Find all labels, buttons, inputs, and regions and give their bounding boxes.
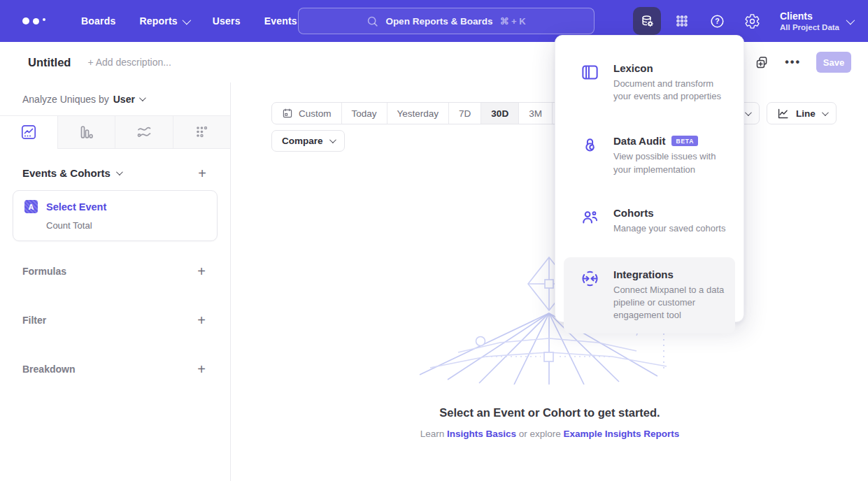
report-title[interactable]: Untitled <box>28 56 71 69</box>
chart-tab-flow[interactable] <box>115 116 173 148</box>
add-filter-button[interactable]: + <box>197 315 206 325</box>
formulas-label: Formulas <box>22 266 66 277</box>
analyze-by-dropdown[interactable]: User <box>113 94 144 105</box>
flow-chart-icon <box>136 124 152 141</box>
breakdown-section: Breakdown + <box>0 364 229 375</box>
example-reports-link[interactable]: Example Insights Reports <box>564 429 680 439</box>
range-3m[interactable]: 3M <box>518 103 552 124</box>
range-today[interactable]: Today <box>341 103 387 124</box>
breakdown-label: Breakdown <box>22 364 75 375</box>
range-yesterday[interactable]: Yesterday <box>387 103 449 124</box>
select-event-button[interactable]: Select Event <box>46 201 106 213</box>
range-today-label: Today <box>352 108 377 119</box>
empty-state-subtext: Learn Insights Basics or explore Example… <box>232 429 868 439</box>
menu-item-data-audit[interactable]: Data Audit BETA View possible issues wit… <box>555 127 744 184</box>
lexicon-title: Lexicon <box>613 62 730 74</box>
chevron-down-icon <box>116 168 123 175</box>
chart-type-tabs <box>0 115 230 149</box>
chart-style-dropdown[interactable]: Line <box>767 102 837 124</box>
mixpanel-insights-page: Boards Reports Users Events Open Reports… <box>0 0 868 481</box>
range-30d[interactable]: 30D <box>481 103 518 124</box>
chart-tab-line[interactable] <box>0 116 57 149</box>
data-management-button[interactable] <box>633 7 661 35</box>
search-icon <box>367 15 378 27</box>
metric-icon <box>193 124 210 141</box>
apps-grid-button[interactable] <box>668 7 696 35</box>
event-aggregation[interactable]: Count Total <box>46 220 207 231</box>
add-formula-button[interactable]: + <box>197 266 206 276</box>
nav-boards[interactable]: Boards <box>81 15 115 27</box>
chart-tab-metric[interactable] <box>173 116 231 148</box>
range-30d-label: 30D <box>491 108 508 119</box>
range-7d[interactable]: 7D <box>448 103 481 124</box>
menu-spacer <box>555 243 744 254</box>
global-search-input[interactable]: Open Reports & Boards ⌘ + K <box>298 8 595 34</box>
project-selector[interactable]: Clients All Project Data <box>780 10 853 31</box>
nav-events-label: Events <box>264 15 297 27</box>
duplicate-icon[interactable] <box>755 55 769 70</box>
date-range-control: Custom Today Yesterday 7D 30D 3M 6M <box>271 102 586 124</box>
filter-section: Filter + <box>0 315 229 326</box>
event-letter-badge: A <box>24 200 38 213</box>
analyze-row: Analyze Uniques by User <box>0 82 230 115</box>
menu-item-integrations[interactable]: Integrations Connect Mixpanel to a data … <box>564 257 735 333</box>
nav-reports-label: Reports <box>139 15 177 27</box>
lexicon-title-text: Lexicon <box>613 62 653 74</box>
data-audit-title-text: Data Audit <box>613 135 665 147</box>
project-scope: All Project Data <box>780 23 839 31</box>
events-cohorts-header: Events & Cohorts + <box>0 149 230 179</box>
save-button[interactable]: Save <box>816 52 851 73</box>
chevron-down-icon <box>139 94 146 101</box>
menu-item-lexicon[interactable]: Lexicon Document and transform your even… <box>555 54 744 111</box>
menu-spacer <box>555 185 744 199</box>
chart-tab-bar[interactable] <box>57 116 115 148</box>
empty-prefix: Learn <box>420 429 447 439</box>
compare-dropdown[interactable]: Compare <box>271 130 345 152</box>
help-icon: ? <box>709 13 725 29</box>
cohorts-title-text: Cohorts <box>613 207 654 219</box>
report-canvas: Custom Today Yesterday 7D 30D 3M 6M Line… <box>232 82 868 481</box>
more-options-button[interactable]: ••• <box>785 59 801 66</box>
add-event-button[interactable]: + <box>198 168 206 178</box>
add-breakdown-button[interactable]: + <box>197 364 206 374</box>
settings-button[interactable] <box>738 7 766 35</box>
logo-dot <box>43 18 45 21</box>
mixpanel-logo[interactable] <box>22 17 55 24</box>
analyze-label: Analyze Uniques by <box>22 94 109 105</box>
chevron-down-icon <box>182 15 191 24</box>
insights-basics-link[interactable]: Insights Basics <box>447 429 516 439</box>
nav-events[interactable]: Events <box>264 15 297 27</box>
query-sidebar: Analyze Uniques by User <box>0 82 231 481</box>
lexicon-icon <box>581 62 600 103</box>
events-cohorts-label: Events & Cohorts <box>22 167 111 179</box>
event-card[interactable]: A Select Event Count Total <box>13 190 218 241</box>
menu-item-cohorts[interactable]: Cohorts Manage your saved cohorts <box>555 199 744 243</box>
chevron-down-icon <box>745 109 752 116</box>
help-button[interactable]: ? <box>703 7 731 35</box>
grid-dots-icon <box>674 13 690 29</box>
nav-reports[interactable]: Reports <box>139 15 188 27</box>
filter-label: Filter <box>22 315 46 326</box>
chart-style-label: Line <box>796 108 816 119</box>
cohorts-description: Manage your saved cohorts <box>613 222 725 235</box>
svg-text:?: ? <box>715 17 719 25</box>
lexicon-description: Document and transform your events and p… <box>613 78 730 103</box>
events-cohorts-dropdown[interactable]: Events & Cohorts <box>22 167 121 179</box>
data-audit-description: View possible issues with your implement… <box>613 150 730 175</box>
range-7d-label: 7D <box>459 108 471 119</box>
beta-badge: BETA <box>671 136 698 146</box>
nav-users[interactable]: Users <box>213 15 241 27</box>
primary-nav: Boards Reports Users Events <box>81 15 297 27</box>
integrations-title-text: Integrations <box>613 268 674 280</box>
range-custom[interactable]: Custom <box>272 103 341 124</box>
nav-users-label: Users <box>213 15 241 27</box>
report-description-field[interactable]: + Add description... <box>87 57 171 68</box>
data-management-menu: Lexicon Document and transform your even… <box>555 35 744 322</box>
bar-chart-icon <box>78 124 94 141</box>
empty-state-heading: Select an Event or Cohort to get started… <box>232 406 868 419</box>
report-actions: ••• Save <box>755 52 851 73</box>
gear-icon <box>744 13 760 29</box>
search-placeholder: Open Reports & Boards <box>385 16 492 27</box>
project-name: Clients <box>780 10 839 23</box>
cohorts-title: Cohorts <box>613 207 725 219</box>
